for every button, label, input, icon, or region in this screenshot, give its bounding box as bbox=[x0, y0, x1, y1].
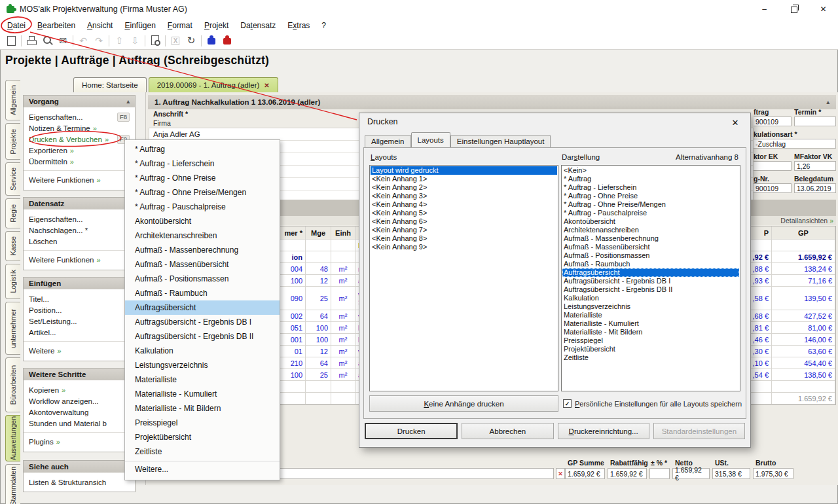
layouts-list-item[interactable]: <Kein Anhang 1> bbox=[371, 175, 557, 183]
nav-item[interactable]: Titel... bbox=[24, 293, 135, 304]
menu-layout-item[interactable]: Preisspiegel bbox=[125, 416, 280, 430]
auftrag-value-fragment[interactable]: 900109 bbox=[754, 117, 792, 126]
detailansichten-link[interactable]: Detailansichten» bbox=[780, 217, 833, 225]
menu-layout-item[interactable]: * Auftrag - Lieferschein bbox=[125, 156, 280, 171]
toolbar-icon[interactable] bbox=[4, 34, 18, 47]
darstellung-list-item[interactable]: Kalkulation bbox=[562, 294, 739, 302]
menu-layout-item[interactable]: * Auftrag - Ohne Preise/Mengen bbox=[125, 185, 280, 200]
darstellung-list-item[interactable]: * Auftrag - Pauschalpreise bbox=[562, 209, 739, 217]
checkbox-checked-icon[interactable]: ✓ bbox=[563, 399, 572, 408]
darstellung-list-item[interactable]: Architektenanschreiben bbox=[562, 226, 739, 234]
darstellung-list-item[interactable]: Materialliste bbox=[562, 311, 739, 319]
toolbar-icon[interactable] bbox=[148, 34, 162, 47]
layouts-list-item[interactable]: <Kein Anhang 2> bbox=[371, 183, 557, 192]
menu-layout-item[interactable]: Weitere... bbox=[125, 461, 280, 477]
tab-close-icon[interactable]: ✕ bbox=[264, 82, 269, 89]
toolbar-icon[interactable] bbox=[24, 34, 39, 47]
layouts-list-item[interactable]: <Kein Anhang 8> bbox=[371, 234, 557, 243]
menu-layout-item[interactable]: Architektenanschreiben bbox=[125, 228, 280, 243]
settings-checkbox-row[interactable]: ✓ Persönliche Einstellungen für alle Lay… bbox=[563, 399, 742, 408]
menu-layout-item[interactable]: Materialliste - Kumuliert bbox=[125, 387, 280, 401]
darstellung-list-item[interactable]: Leistungsverzeichnis bbox=[562, 302, 739, 311]
collapse-icon[interactable]: ▴ bbox=[826, 99, 829, 105]
close-button[interactable]: ✕ bbox=[809, 0, 838, 18]
nav-item[interactable]: Weitere Funktionen» bbox=[24, 250, 135, 266]
nav-item[interactable]: Exportieren» bbox=[24, 145, 135, 156]
menu-layout-item[interactable]: Aufmaß - Massenübersicht bbox=[125, 257, 280, 272]
collapse-icon[interactable]: ▴ bbox=[126, 98, 130, 105]
darstellung-list-item[interactable]: Aufmaß - Raumbuch bbox=[562, 260, 739, 268]
menu-item[interactable]: Ansicht bbox=[81, 20, 118, 31]
darstellung-listbox[interactable]: <Kein>* Auftrag* Auftrag - Lieferschein*… bbox=[561, 165, 740, 391]
darstellung-list-item[interactable]: Zeitliste bbox=[562, 353, 739, 362]
menu-layout-item[interactable]: Aufmaß - Raumbuch bbox=[125, 286, 280, 300]
darstellung-list-item[interactable]: Aufmaß - Massenberechnung bbox=[562, 234, 739, 243]
nav-item[interactable]: Workflow anzeigen... bbox=[24, 395, 135, 406]
toolbar-icon[interactable] bbox=[204, 34, 219, 47]
toolbar-icon[interactable] bbox=[40, 34, 54, 47]
darstellung-list-item[interactable]: Auftragsübersicht - Ergebnis DB II bbox=[562, 285, 739, 294]
nav-item[interactable]: Löschen bbox=[24, 236, 135, 247]
menu-item[interactable]: Datensatz bbox=[234, 20, 282, 31]
nav-item[interactable]: Set/Leistung... bbox=[24, 315, 135, 327]
darstellung-list-item[interactable]: <Kein> bbox=[562, 166, 739, 175]
darstellung-list-item[interactable]: Materialliste - Kumuliert bbox=[562, 319, 739, 328]
menu-layout-item[interactable]: Aufmaß - Positionsmassen bbox=[125, 272, 280, 286]
dialog-button[interactable]: Druckereinrichtung... bbox=[558, 423, 649, 439]
layouts-list-item[interactable]: <Kein Anhang 5> bbox=[371, 209, 557, 217]
layouts-list-item[interactable]: <Kein Anhang 9> bbox=[371, 243, 557, 251]
side-tab[interactable]: Logistik bbox=[5, 264, 20, 299]
darstellung-list-item[interactable]: Preisspiegel bbox=[562, 336, 739, 345]
darstellung-list-item[interactable]: Aufmaß - Positionsmassen bbox=[562, 251, 739, 260]
nav-item[interactable]: Listen & Strukturansich bbox=[24, 477, 135, 488]
side-tab[interactable]: Regie bbox=[5, 198, 20, 228]
maximize-button[interactable] bbox=[779, 0, 809, 18]
toolbar-icon[interactable] bbox=[220, 34, 234, 47]
menu-item[interactable]: Format bbox=[162, 20, 198, 31]
dialog-tab[interactable]: Allgemein bbox=[365, 135, 411, 147]
side-tab[interactable]: unternehmer bbox=[5, 302, 20, 355]
dialog-tab[interactable]: Einstellungen Hauptlayout bbox=[450, 135, 551, 147]
darstellung-list-item[interactable]: * Auftrag - Ohne Preise/Mengen bbox=[562, 200, 739, 209]
darstellung-list-item[interactable]: * Auftrag bbox=[562, 175, 739, 183]
menu-item[interactable]: Extras bbox=[282, 20, 316, 31]
mfaktor-ek-field[interactable] bbox=[754, 161, 792, 171]
menu-layout-item[interactable]: Auftragsübersicht - Ergebnis DB II bbox=[125, 329, 280, 344]
darstellung-list-item[interactable]: Aufmaß - Massenübersicht bbox=[562, 243, 739, 251]
nav-item[interactable]: Übermitteln» bbox=[24, 156, 135, 167]
mfaktor-vk-field[interactable]: 1,26 bbox=[794, 161, 836, 171]
menu-layout-item[interactable]: Auftragsübersicht - Ergebnis DB I bbox=[125, 315, 280, 329]
menu-layout-item[interactable]: Leistungsverzeichnis bbox=[125, 358, 280, 372]
minimize-button[interactable]: – bbox=[750, 0, 779, 18]
clear-icon[interactable]: ✕ bbox=[556, 468, 565, 479]
layouts-list-item[interactable]: <Kein Anhang 7> bbox=[371, 226, 557, 234]
side-tab[interactable]: Service bbox=[5, 162, 20, 196]
toolbar-icon[interactable]: ✉ bbox=[56, 34, 70, 47]
nav-item[interactable]: Artikel... bbox=[24, 327, 135, 338]
menu-layout-item[interactable]: Auftragsübersicht bbox=[125, 300, 280, 315]
menu-layout-item[interactable]: * Auftrag - Pauschalpreise bbox=[125, 200, 280, 214]
layouts-list-item[interactable]: <Kein Anhang 6> bbox=[371, 217, 557, 226]
nav-item[interactable]: Notizen & Termine» bbox=[24, 122, 135, 134]
darstellung-list-item[interactable]: * Auftrag - Lieferschein bbox=[562, 183, 739, 192]
nav-item[interactable]: Weitere Funktionen» bbox=[24, 170, 135, 186]
menu-layout-item[interactable]: Kalkulation bbox=[125, 344, 280, 358]
nav-item[interactable]: Nachschlagen... * bbox=[24, 225, 135, 236]
darstellung-list-item[interactable]: Auftragsübersicht bbox=[562, 268, 739, 277]
side-tab[interactable]: Auswertungen bbox=[5, 415, 20, 461]
menu-layout-item[interactable]: Akontoübersicht bbox=[125, 214, 280, 228]
nav-item[interactable]: Weitere» bbox=[24, 341, 135, 357]
side-tab[interactable]: Allgemein bbox=[5, 80, 20, 120]
darstellung-list-item[interactable]: Materialliste - Mit Bildern bbox=[562, 328, 739, 336]
toolbar-icon[interactable]: ↻ bbox=[184, 34, 198, 47]
dialog-button[interactable]: Drucken bbox=[365, 423, 458, 439]
nav-item[interactable]: Kopieren» bbox=[24, 384, 135, 395]
layouts-listbox[interactable]: Layout wird gedruckt<Kein Anhang 1><Kein… bbox=[369, 165, 558, 391]
darstellung-list-item[interactable]: Projektübersicht bbox=[562, 345, 739, 353]
keine-anhaenge-button[interactable]: Keine Anhänge drucken bbox=[369, 395, 558, 412]
layouts-list-item[interactable]: <Kein Anhang 4> bbox=[371, 200, 557, 209]
menu-layout-item[interactable]: Projektübersicht bbox=[125, 430, 280, 444]
nav-item[interactable]: Plugins» bbox=[24, 432, 135, 448]
layouts-list-item[interactable]: Layout wird gedruckt bbox=[371, 166, 557, 175]
darstellung-list-item[interactable]: Auftragsübersicht - Ergebnis DB I bbox=[562, 277, 739, 285]
